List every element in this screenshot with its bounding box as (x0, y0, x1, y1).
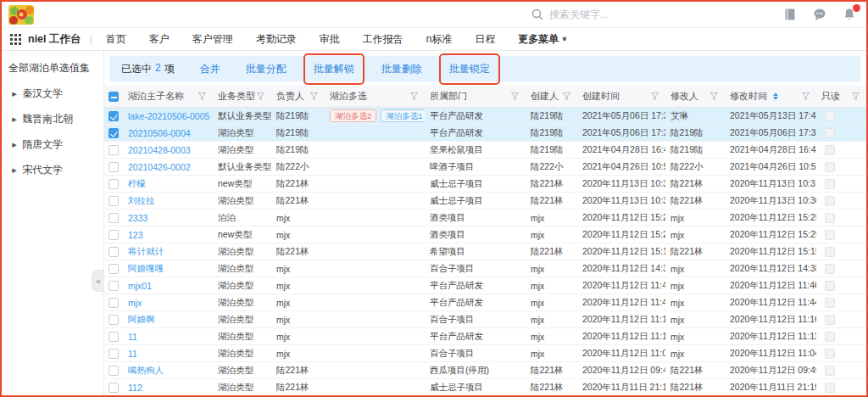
readonly-checkbox[interactable] (825, 230, 835, 240)
column-header-label[interactable]: 创建时间 (582, 90, 620, 103)
row-name-link[interactable]: lake-20210506-0005 (128, 111, 209, 121)
nav-item[interactable]: 工作报告 (363, 32, 403, 47)
filter-icon[interactable] (511, 92, 519, 100)
row-checkbox[interactable] (108, 179, 119, 189)
readonly-checkbox[interactable] (825, 111, 835, 121)
table-row[interactable]: 喝热狗人湖泊类型陆221林西瓜项目(停用)陆221林2020年11月12日 09… (104, 362, 866, 379)
row-checkbox[interactable] (108, 128, 119, 138)
table-row[interactable]: 柠檬new类型陆221林威士忌子项目陆221林2020年11月13日 10:31… (104, 176, 866, 193)
nav-item[interactable]: 客户管理 (192, 32, 233, 47)
readonly-checkbox[interactable] (825, 145, 835, 155)
row-checkbox[interactable] (108, 298, 119, 308)
table-row[interactable]: lake-20210506-0005默认业务类型陆219陆湖泊多选2湖泊多选1平… (104, 108, 866, 125)
tree-item[interactable]: ▶宋代文学 (12, 163, 98, 177)
row-name-link[interactable]: 2333 (128, 213, 147, 223)
filter-icon[interactable] (802, 92, 810, 100)
column-header-label[interactable]: 业务类型 (218, 90, 255, 103)
readonly-checkbox[interactable] (825, 213, 835, 223)
row-checkbox[interactable] (108, 366, 119, 376)
row-checkbox[interactable] (108, 281, 119, 291)
row-checkbox[interactable] (108, 213, 119, 223)
table-row[interactable]: 阿娘啊湖泊类型mjx百合子项目mjx2020年11月12日 11:16mjx20… (104, 311, 866, 328)
column-header-label[interactable]: 创建人 (531, 90, 559, 103)
row-name-link[interactable]: mjx01 (128, 281, 152, 291)
table-row[interactable]: 123new类型mjx酒类项目mjx2020年11月12日 15:25mjx20… (104, 226, 866, 243)
table-row[interactable]: 11湖泊类型mjx平台产品研发mjx2020年11月12日 11:11mjx20… (104, 328, 866, 345)
table-row[interactable]: 将计就计湖泊类型陆221林希望项目陆221林2020年11月12日 15:15陆… (104, 243, 866, 260)
row-checkbox[interactable] (108, 332, 119, 342)
row-name-link[interactable]: 阿娘啊 (128, 314, 155, 324)
table-row[interactable]: 阿娘嘎嘎湖泊类型mjx百合子项目mjx2020年11月12日 14:38mjx2… (104, 260, 866, 277)
expand-arrow-icon[interactable]: ▶ (12, 141, 17, 148)
readonly-checkbox[interactable] (825, 332, 835, 342)
row-name-link[interactable]: 112 (128, 383, 142, 393)
sort-icon[interactable] (773, 92, 778, 100)
workspace-title[interactable]: niel 工作台 (28, 32, 81, 47)
table-row[interactable]: 11湖泊类型mjx百合子项目mjx2020年11月12日 11:04mjx202… (104, 345, 866, 362)
column-header-label[interactable]: 所属部门 (430, 90, 467, 103)
filter-icon[interactable] (563, 92, 570, 100)
chat-icon[interactable] (813, 8, 826, 21)
readonly-checkbox[interactable] (825, 298, 835, 308)
readonly-checkbox[interactable] (825, 366, 835, 376)
table-row[interactable]: mjx湖泊类型mjx平台产品研发mjx2020年11月12日 11:44mjx2… (104, 294, 866, 311)
multi-select-tag[interactable]: 湖泊多选1 (381, 109, 425, 122)
column-header-label[interactable]: 修改时间 (730, 90, 778, 103)
expand-arrow-icon[interactable]: ▶ (12, 90, 17, 97)
readonly-checkbox[interactable] (825, 247, 835, 257)
bulk-action-2[interactable]: 批量分配 (246, 62, 287, 76)
readonly-checkbox[interactable] (825, 196, 835, 206)
nav-item[interactable]: 日程 (475, 32, 495, 47)
filter-icon[interactable] (710, 92, 718, 100)
filter-icon[interactable] (651, 92, 659, 100)
row-checkbox[interactable] (108, 145, 119, 155)
bulk-action-1[interactable]: 合并 (200, 62, 220, 76)
nav-item[interactable]: 首页 (106, 32, 126, 47)
readonly-checkbox[interactable] (825, 383, 835, 393)
column-header-label[interactable]: 只读 (821, 90, 840, 103)
app-logo[interactable] (8, 5, 34, 25)
readonly-checkbox[interactable] (825, 349, 835, 359)
nav-item[interactable]: 考勤记录 (256, 32, 297, 47)
sidebar-collapse-handle[interactable]: « (92, 270, 104, 292)
more-menu-button[interactable]: 更多菜单 ∨ (518, 32, 567, 47)
row-name-link[interactable]: 20210506-0004 (128, 128, 191, 138)
select-all-checkbox[interactable] (108, 92, 119, 102)
row-checkbox[interactable] (108, 111, 119, 121)
row-name-link[interactable]: 喝热狗人 (128, 365, 164, 375)
search-input[interactable] (549, 8, 676, 20)
row-checkbox[interactable] (108, 349, 119, 359)
table-row[interactable]: 20210506-0004湖泊类型陆219陆平台产品研发陆219陆2021年05… (104, 125, 866, 142)
row-name-link[interactable]: 123 (128, 230, 143, 240)
bulk-action-4[interactable]: 批量删除 (381, 62, 422, 76)
row-name-link[interactable]: 柠檬 (128, 178, 146, 188)
column-header-label[interactable]: 湖泊主子名称 (128, 90, 184, 103)
column-header-label[interactable]: 修改人 (670, 90, 698, 103)
table-row[interactable]: mjx01湖泊类型mjx平台产品研发mjx2020年11月12日 11:46mj… (104, 277, 866, 294)
readonly-checkbox[interactable] (825, 264, 835, 274)
row-name-link[interactable]: 11 (128, 349, 137, 359)
tree-root-title[interactable]: 全部湖泊单选值集 (8, 61, 98, 75)
readonly-checkbox[interactable] (825, 162, 835, 172)
readonly-checkbox[interactable] (825, 281, 835, 291)
table-row[interactable]: 20210426-0002默认业务类型陆222小啤酒子项目陆222小2021年0… (104, 159, 866, 176)
row-name-link[interactable]: 阿娘嘎嘎 (128, 263, 164, 273)
table-row[interactable]: 20210428-0003湖泊类型陆219陆坚果松鼠项目陆219陆2021年04… (104, 142, 866, 159)
nav-item[interactable]: n标准 (426, 32, 453, 47)
tree-item[interactable]: ▶秦汉文学 (12, 87, 98, 101)
filter-icon[interactable] (257, 92, 264, 100)
filter-icon[interactable] (310, 92, 318, 100)
row-checkbox[interactable] (108, 196, 119, 206)
tree-item[interactable]: ▶魏晋南北朝 (12, 112, 98, 126)
bell-icon[interactable] (843, 8, 856, 21)
row-checkbox[interactable] (108, 162, 119, 172)
bulk-action-5[interactable]: 批量锁定 (449, 63, 490, 75)
column-header-label[interactable]: 负责人 (276, 90, 304, 103)
apps-grid-icon[interactable] (10, 34, 21, 45)
notebook-icon[interactable] (783, 8, 797, 21)
filter-icon[interactable] (198, 92, 206, 100)
multi-select-tag[interactable]: 湖泊多选2 (330, 109, 376, 122)
row-name-link[interactable]: 20210428-0003 (128, 145, 191, 155)
row-checkbox[interactable] (108, 315, 119, 325)
nav-item[interactable]: 审批 (320, 32, 340, 47)
